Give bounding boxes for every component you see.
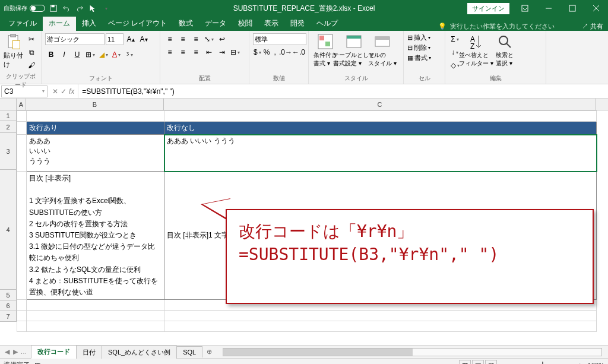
cell-c3[interactable]: あああ いいい ううう bbox=[164, 135, 597, 172]
decrease-decimal-icon[interactable]: ←.0 bbox=[293, 46, 305, 58]
format-table-button[interactable]: テーブルとして 書式設定 ▾ bbox=[341, 33, 367, 68]
increase-font-icon[interactable]: A▴ bbox=[125, 33, 137, 45]
increase-decimal-icon[interactable]: .0→ bbox=[280, 46, 292, 58]
tab-developer[interactable]: 開発 bbox=[284, 16, 311, 31]
insert-cells-button[interactable]: ⊞挿入▾ bbox=[407, 33, 441, 42]
paste-button[interactable]: 貼り付け bbox=[4, 33, 23, 69]
bold-button[interactable]: B bbox=[45, 49, 57, 61]
row-header-1[interactable]: 1 bbox=[0, 110, 17, 121]
signin-button[interactable]: サインイン bbox=[467, 3, 509, 14]
autosave-toggle[interactable]: 自動保存 bbox=[4, 4, 45, 12]
zoom-out-button[interactable]: − bbox=[503, 362, 506, 365]
cell-a7[interactable] bbox=[17, 321, 27, 332]
decrease-font-icon[interactable]: A▾ bbox=[138, 33, 150, 45]
page-layout-view-icon[interactable]: ▤ bbox=[472, 360, 484, 365]
cell-a3[interactable] bbox=[17, 135, 27, 172]
find-select-button[interactable]: 検索と 選択 ▾ bbox=[492, 33, 518, 68]
align-bottom-icon[interactable]: ≡ bbox=[190, 33, 202, 45]
tab-home[interactable]: ホーム bbox=[43, 16, 76, 31]
cell-a2[interactable] bbox=[17, 122, 27, 135]
formula-input[interactable] bbox=[78, 84, 608, 98]
phonetic-button[interactable]: ᶾ bbox=[124, 49, 135, 61]
cell-b7[interactable] bbox=[27, 321, 164, 332]
tab-help[interactable]: ヘルプ bbox=[311, 16, 344, 31]
tab-view[interactable]: 表示 bbox=[258, 16, 284, 31]
font-name-combo[interactable]: 游ゴシック bbox=[45, 33, 104, 45]
tab-file[interactable]: ファイル bbox=[2, 16, 43, 31]
zoom-level[interactable]: 100% bbox=[588, 362, 604, 365]
cell-b1[interactable] bbox=[27, 111, 164, 122]
close-icon[interactable] bbox=[584, 0, 608, 17]
sheet-tab-3[interactable]: SQL_めんどくさい例 bbox=[102, 346, 177, 359]
save-icon[interactable] bbox=[49, 4, 58, 13]
row-header-2[interactable]: 2 bbox=[0, 121, 17, 133]
tab-nav[interactable]: ◀▶… bbox=[0, 348, 31, 356]
tab-data[interactable]: データ bbox=[199, 16, 232, 31]
indent-increase-icon[interactable]: ⇥ bbox=[216, 46, 228, 58]
cell-styles-button[interactable]: セルの スタイル ▾ bbox=[369, 33, 395, 68]
delete-cells-button[interactable]: ⊟削除▾ bbox=[407, 43, 441, 52]
cell-a1[interactable] bbox=[17, 111, 27, 122]
maximize-icon[interactable] bbox=[560, 0, 584, 17]
cell-b2[interactable]: 改行あり bbox=[27, 122, 164, 135]
sheet-tab-2[interactable]: 日付 bbox=[76, 346, 102, 359]
border-button[interactable]: ⊞ bbox=[84, 49, 96, 61]
fx-icon[interactable]: fx bbox=[69, 87, 74, 96]
minimize-icon[interactable] bbox=[537, 0, 560, 17]
sort-filter-button[interactable]: AZ並べ替えと フィルター ▾ bbox=[463, 33, 489, 68]
sheet-tab-1[interactable]: 改行コード bbox=[31, 345, 77, 359]
align-top-icon[interactable]: ≡ bbox=[164, 33, 176, 45]
row-header-4[interactable]: 4 bbox=[0, 170, 17, 290]
accounting-format-icon[interactable]: $ bbox=[253, 46, 262, 58]
zoom-in-button[interactable]: + bbox=[578, 362, 581, 365]
col-header-a[interactable]: A bbox=[17, 99, 26, 110]
wrap-text-button[interactable]: ↩ bbox=[216, 33, 228, 45]
tab-review[interactable]: 校閲 bbox=[232, 16, 258, 31]
cell-c7[interactable] bbox=[164, 321, 597, 332]
row-header-3[interactable]: 3 bbox=[0, 133, 17, 170]
cell-b5[interactable] bbox=[27, 300, 164, 311]
indent-decrease-icon[interactable]: ⇤ bbox=[203, 46, 215, 58]
font-color-button[interactable]: A bbox=[110, 49, 122, 61]
italic-button[interactable]: I bbox=[58, 49, 70, 61]
cell-a6[interactable] bbox=[17, 311, 27, 321]
cut-icon[interactable]: ✂ bbox=[26, 33, 37, 45]
col-header-b[interactable]: B bbox=[26, 99, 164, 110]
name-box[interactable]: C3 bbox=[1, 86, 48, 97]
row-header-6[interactable]: 6 bbox=[0, 300, 17, 311]
share-button[interactable]: ↗ 共有 bbox=[582, 22, 603, 31]
cell-b4[interactable]: 目次 [非表示] 1 文字列を置換するExcel関数、SUBSTITUTEの使い… bbox=[27, 172, 164, 300]
tab-layout[interactable]: ページ レイアウト bbox=[102, 16, 173, 31]
underline-button[interactable]: U bbox=[71, 49, 83, 61]
tell-me-input[interactable]: 実行したい作業を入力してください bbox=[450, 22, 555, 31]
redo-icon[interactable] bbox=[75, 4, 84, 13]
normal-view-icon[interactable]: ▦ bbox=[459, 360, 471, 365]
col-header-c[interactable]: C bbox=[164, 99, 596, 110]
align-center-icon[interactable]: ≡ bbox=[177, 46, 189, 58]
worksheet-grid[interactable]: A B C 1 2 3 4 5 6 7 改行あり改行なし あああ いいい ううう… bbox=[0, 99, 608, 345]
autosum-button[interactable]: Σ bbox=[449, 33, 461, 45]
horizontal-scrollbar[interactable] bbox=[223, 348, 602, 356]
ribbon-options-icon[interactable] bbox=[513, 0, 537, 17]
tab-formulas[interactable]: 数式 bbox=[173, 16, 199, 31]
align-right-icon[interactable]: ≡ bbox=[190, 46, 202, 58]
percent-format-icon[interactable]: % bbox=[263, 46, 271, 58]
undo-icon[interactable] bbox=[62, 4, 71, 13]
cell-c1[interactable] bbox=[164, 111, 597, 122]
format-painter-icon[interactable]: 🖌 bbox=[26, 59, 37, 71]
cell-b6[interactable] bbox=[27, 311, 164, 321]
page-break-view-icon[interactable]: ▥ bbox=[485, 360, 497, 365]
row-header-5[interactable]: 5 bbox=[0, 290, 17, 300]
align-middle-icon[interactable]: ≡ bbox=[177, 33, 189, 45]
pointer-icon[interactable] bbox=[88, 4, 97, 13]
macro-record-icon[interactable]: ▦ bbox=[34, 361, 40, 364]
merge-button[interactable]: ⊟ bbox=[229, 46, 241, 58]
orientation-icon[interactable]: ⤡ bbox=[203, 33, 215, 45]
number-format-combo[interactable]: 標準 bbox=[253, 33, 306, 45]
select-all-corner[interactable] bbox=[0, 99, 17, 110]
enter-formula-icon[interactable]: ✓ bbox=[61, 87, 66, 96]
row-header-7[interactable]: 7 bbox=[0, 311, 17, 322]
comma-format-icon[interactable]: , bbox=[271, 46, 278, 58]
cancel-formula-icon[interactable]: ✕ bbox=[52, 87, 58, 96]
align-left-icon[interactable]: ≡ bbox=[164, 46, 176, 58]
